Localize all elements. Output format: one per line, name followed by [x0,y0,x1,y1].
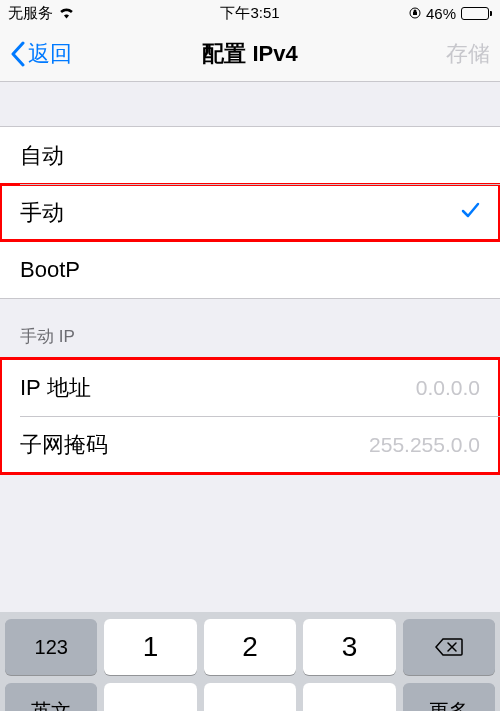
keyboard: 123 1 2 3 英文 更多 [0,612,500,711]
wifi-icon [58,5,75,22]
page-title: 配置 IPv4 [202,39,297,69]
option-label: 自动 [20,141,64,171]
key-backspace[interactable] [403,619,495,675]
subnet-mask-label: 子网掩码 [20,430,108,460]
clock: 下午3:51 [220,4,279,23]
ip-address-label: IP 地址 [20,373,91,403]
key-2[interactable]: 2 [204,619,296,675]
battery-icon [461,7,492,20]
option-manual[interactable]: 手动 [0,184,500,241]
subnet-mask-row[interactable]: 子网掩码 255.255.0.0 [0,416,500,473]
back-label: 返回 [28,39,72,69]
key-6[interactable] [303,683,395,711]
carrier-label: 无服务 [8,4,53,23]
save-button[interactable]: 存储 [446,39,490,69]
section-header-manual-ip: 手动 IP [0,299,500,358]
ip-address-row[interactable]: IP 地址 0.0.0.0 [0,359,500,416]
key-1[interactable]: 1 [104,619,196,675]
option-label: BootP [20,257,80,283]
option-bootp[interactable]: BootP [0,241,500,298]
config-options: 自动 手动 BootP [0,126,500,299]
option-auto[interactable]: 自动 [0,127,500,184]
subnet-mask-value: 255.255.0.0 [369,433,480,457]
option-label: 手动 [20,198,64,228]
key-123[interactable]: 123 [5,619,97,675]
status-bar: 无服务 下午3:51 46% [0,0,500,26]
nav-bar: 返回 配置 IPv4 存储 [0,26,500,82]
key-more[interactable]: 更多 [403,683,495,711]
ip-address-value: 0.0.0.0 [416,376,480,400]
checkmark-icon [460,200,480,226]
lock-icon [409,5,421,22]
backspace-icon [435,637,463,657]
battery-pct: 46% [426,5,456,22]
key-3[interactable]: 3 [303,619,395,675]
manual-ip-group: IP 地址 0.0.0.0 子网掩码 255.255.0.0 [0,358,500,474]
key-lang[interactable]: 英文 [5,683,97,711]
key-4[interactable] [104,683,196,711]
back-button[interactable]: 返回 [10,39,72,69]
key-5[interactable] [204,683,296,711]
chevron-left-icon [10,41,26,67]
